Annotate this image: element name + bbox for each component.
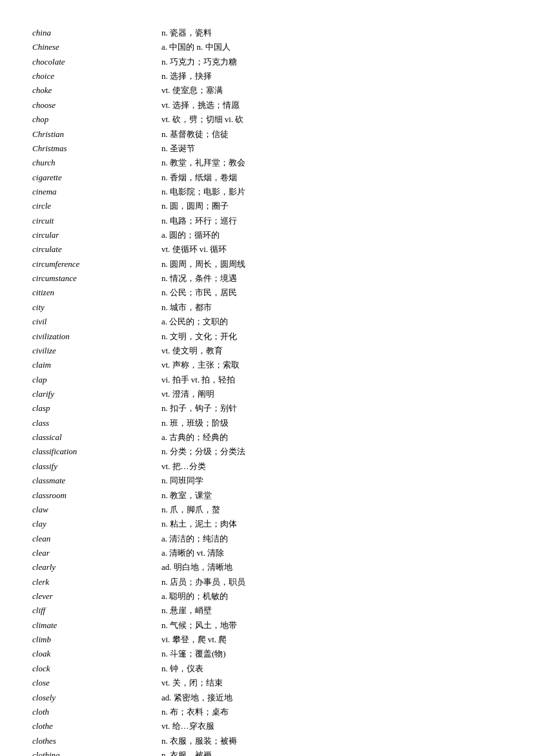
table-row: cineman. 电影院；电影，影片: [32, 185, 502, 199]
definition: n. 气候；风土，地带: [161, 618, 502, 633]
table-row: civila. 公民的；文职的: [32, 315, 502, 329]
definition: n. 班，班级；阶级: [161, 416, 502, 430]
definition: n. 巧克力；巧克力糖: [161, 55, 502, 69]
table-row: cleana. 清洁的；纯洁的: [32, 532, 502, 546]
definition: vt. 使循环 vi. 循环: [161, 242, 502, 257]
table-row: clothn. 布；衣料；桌布: [32, 705, 502, 719]
table-row: clerkn. 店员；办事员，职员: [32, 575, 502, 589]
table-row: circuitn. 电路；环行；巡行: [32, 214, 502, 228]
definition: n. 电影院；电影，影片: [161, 185, 502, 199]
word: claw: [32, 503, 161, 517]
word: class: [32, 416, 161, 430]
definition: n. 选择，抉择: [161, 69, 502, 83]
table-row: clockn. 钟，仪表: [32, 662, 502, 676]
word: citizen: [32, 286, 161, 300]
word: cinema: [32, 185, 161, 199]
table-row: claspn. 扣子，钩子；别针: [32, 401, 502, 415]
definition: vt. 使文明，教育: [161, 344, 502, 358]
table-row: cityn. 城市，都市: [32, 300, 502, 315]
table-row: circulara. 圆的；循环的: [32, 228, 502, 242]
definition: a. 圆的；循环的: [161, 228, 502, 242]
definition: vi. 拍手 vt. 拍，轻拍: [161, 373, 502, 387]
table-row: closevt. 关，闭；结束: [32, 676, 502, 690]
word: close: [32, 676, 161, 690]
table-row: circumferencen. 圆周，周长，圆周线: [32, 257, 502, 271]
word: classmate: [32, 474, 161, 488]
word: chop: [32, 112, 161, 127]
definition: vt. 声称，主张；索取: [161, 358, 502, 372]
table-row: citizenn. 公民；市民，居民: [32, 286, 502, 300]
table-row: clothesn. 衣服，服装；被褥: [32, 734, 502, 748]
definition: n. 城市，都市: [161, 300, 502, 315]
word: clerk: [32, 575, 161, 589]
definition: n. 衣服，被褥: [161, 748, 502, 756]
definition: n. 钟，仪表: [161, 662, 502, 676]
table-row: climbvi. 攀登，爬 vt. 爬: [32, 633, 502, 647]
definition: n. 圆，圆周；圈子: [161, 199, 502, 213]
word: chocolate: [32, 55, 161, 69]
definition: n. 斗篷；覆盖(物): [161, 647, 502, 661]
word: circulate: [32, 242, 161, 257]
table-row: climaten. 气候；风土，地带: [32, 618, 502, 633]
word: Christmas: [32, 142, 161, 156]
definition: n. 分类；分级；分类法: [161, 445, 502, 459]
definition: ad. 明白地，清晰地: [161, 560, 502, 574]
definition: vt. 使室息；塞满: [161, 83, 502, 98]
word: cigarette: [32, 171, 161, 185]
table-row: classroomn. 教室，课堂: [32, 488, 502, 503]
definition: n. 教室，课堂: [161, 488, 502, 503]
table-row: cigaretten. 香烟，纸烟，卷烟: [32, 171, 502, 185]
definition: n. 粘土，泥土；肉体: [161, 517, 502, 531]
definition: vt. 关，闭；结束: [161, 676, 502, 690]
word: cloak: [32, 647, 161, 661]
word: classify: [32, 459, 161, 474]
word: cloth: [32, 705, 161, 719]
word: china: [32, 26, 161, 40]
table-row: cliffn. 悬崖，峭壁: [32, 604, 502, 618]
definition: n. 基督教徒；信徒: [161, 127, 502, 142]
word: choke: [32, 83, 161, 98]
word: circumference: [32, 257, 161, 271]
definition: n. 店员；办事员，职员: [161, 575, 502, 589]
table-row: clayn. 粘土，泥土；肉体: [32, 517, 502, 531]
word: civil: [32, 315, 161, 329]
definition: n. 文明，文化；开化: [161, 330, 502, 344]
table-row: choicen. 选择，抉择: [32, 69, 502, 83]
word: Chinese: [32, 40, 161, 54]
definition: a. 清洁的；纯洁的: [161, 532, 502, 546]
word: circle: [32, 199, 161, 213]
table-row: choosevt. 选择，挑选；情愿: [32, 98, 502, 112]
word: clasp: [32, 401, 161, 415]
table-row: chinan. 瓷器，瓷料: [32, 26, 502, 40]
word: clap: [32, 373, 161, 387]
table-row: clarifyvt. 澄清，阐明: [32, 387, 502, 401]
word: clothing: [32, 748, 161, 756]
table-row: cleara. 清晰的 vt. 清除: [32, 546, 502, 560]
definition: vt. 把…分类: [161, 459, 502, 474]
table-row: clothevt. 给…穿衣服: [32, 719, 502, 733]
table-row: Christiann. 基督教徒；信徒: [32, 127, 502, 142]
definition: vt. 选择，挑选；情愿: [161, 98, 502, 112]
definition: vt. 砍，劈；切细 vi. 砍: [161, 112, 502, 127]
word: claim: [32, 358, 161, 372]
table-row: clearlyad. 明白地，清晰地: [32, 560, 502, 574]
definition: n. 情况，条件；境遇: [161, 271, 502, 286]
table-row: classmaten. 同班同学: [32, 474, 502, 488]
definition: n. 教堂，礼拜堂；教会: [161, 156, 502, 170]
definition: n. 衣服，服装；被褥: [161, 734, 502, 748]
definition: vt. 澄清，阐明: [161, 387, 502, 401]
word: clothes: [32, 734, 161, 748]
definition: n. 圣诞节: [161, 142, 502, 156]
table-row: clevera. 聪明的；机敏的: [32, 589, 502, 604]
word: circumstance: [32, 271, 161, 286]
definition: a. 清晰的 vt. 清除: [161, 546, 502, 560]
word: classical: [32, 430, 161, 445]
table-row: civilizevt. 使文明，教育: [32, 344, 502, 358]
table-row: circumstancen. 情况，条件；境遇: [32, 271, 502, 286]
definition: a. 公民的；文职的: [161, 315, 502, 329]
table-row: Chinesea. 中国的 n. 中国人: [32, 40, 502, 54]
definition: n. 悬崖，峭壁: [161, 604, 502, 618]
definition: n. 扣子，钩子；别针: [161, 401, 502, 415]
word: clarify: [32, 387, 161, 401]
definition: n. 布；衣料；桌布: [161, 705, 502, 719]
